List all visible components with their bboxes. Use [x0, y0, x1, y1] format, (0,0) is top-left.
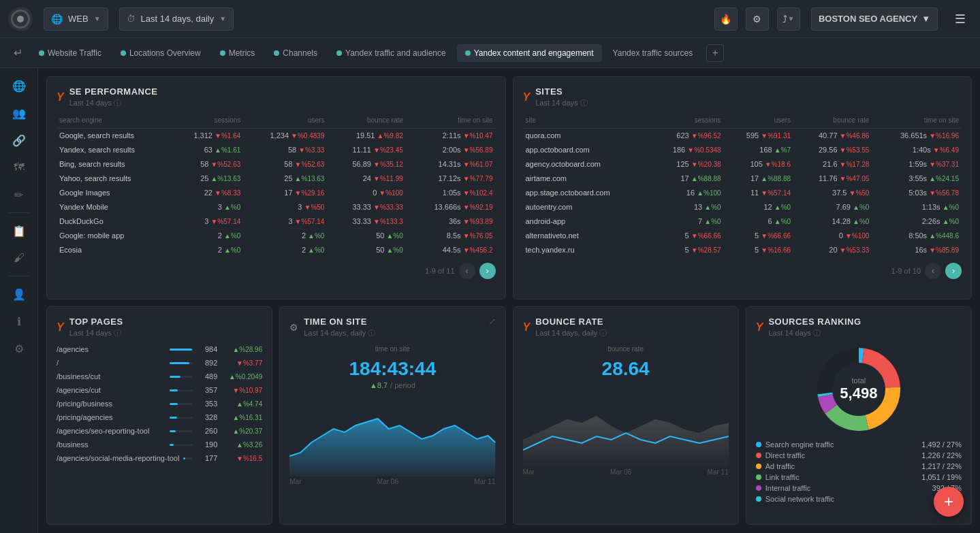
page-change: ▼%16.5 — [221, 455, 262, 462]
time-change: ▼%102.4 — [463, 189, 493, 197]
bounce-change: ▼%17.28 — [840, 161, 870, 168]
se-next-button[interactable]: › — [479, 263, 496, 279]
sessions-change: ▲%1.61 — [215, 146, 240, 154]
fire-button[interactable]: 🔥 — [714, 7, 738, 31]
sidebar-icon-users[interactable]: 👥 — [7, 101, 31, 125]
list-item: /pricing/business 353 ▲%4.74 — [57, 400, 262, 408]
share-icon: ⤴ — [783, 14, 787, 25]
sidebar-icon-globe[interactable]: 🌐 — [7, 74, 31, 98]
sessions-val: 17 ▲%88.88 — [648, 172, 723, 186]
page-label: /business — [57, 440, 165, 449]
tab-metrics[interactable]: Metrics — [212, 44, 264, 62]
tab-dot — [336, 50, 342, 56]
yandex-logo-icon-2: Y — [523, 91, 531, 103]
bounce-val: 50 ▲%0 — [327, 229, 405, 243]
se-pagination: 1-9 of 11 ‹ › — [57, 263, 496, 279]
tab-yandex-content[interactable]: Yandex content and engagement — [457, 44, 602, 62]
date-range-selector[interactable]: ⏱ Last 14 days, daily ▼ — [119, 7, 234, 31]
sources-info-icon[interactable]: ⓘ — [813, 329, 821, 337]
yandex-logo-icon-5: Y — [756, 321, 763, 334]
engine-name: Google, search results — [57, 129, 170, 143]
table-row: autoentry.com 13 ▲%0 12 ▲%0 7.69 ▲%0 1:1… — [523, 200, 962, 214]
tab-yandex-traffic[interactable]: Yandex traffic and audience — [328, 44, 454, 62]
bounce-info-icon[interactable]: ⓘ — [599, 329, 607, 337]
bar-track — [170, 389, 193, 391]
sessions-change: ▲%13.63 — [210, 175, 240, 182]
sidebar-icon-info[interactable]: ℹ — [7, 309, 31, 334]
table-row: agency.octoboard.com 125 ▼%20.38 105 ▼%1… — [523, 157, 962, 172]
time-title: TIME ON SITE — [304, 317, 375, 327]
sites-prev-button[interactable]: ‹ — [925, 263, 941, 279]
share-button[interactable]: ⤴ ▼ — [777, 7, 800, 31]
fab-button[interactable]: + — [934, 487, 964, 517]
users-change: ▲%0 — [774, 218, 791, 225]
col-users-s: users — [724, 115, 793, 129]
list-item: / 892 ▼%3.77 — [57, 359, 262, 367]
sessions-val: 1,312 ▼%1.64 — [170, 129, 244, 143]
sidebar-icon-clipboard[interactable]: 📋 — [7, 219, 31, 243]
engine-name: Google Images — [57, 186, 170, 200]
engine-name: Yandex Mobile — [57, 200, 170, 214]
se-prev-button[interactable]: ‹ — [459, 263, 475, 279]
add-tab-button[interactable]: + — [706, 44, 724, 62]
bounce-val: 33.33 ▼%33.33 — [327, 200, 405, 214]
time-change: ▲%0 — [943, 218, 959, 225]
settings-button[interactable]: ⚙ — [746, 7, 769, 31]
tab-yandex-sources-label: Yandex traffic sources — [613, 48, 693, 58]
users-change: ▼%18.6 — [765, 161, 791, 168]
bounce-val: 11.11 ▼%23.45 — [327, 143, 405, 157]
sessions-val: 5 ▼%66.66 — [648, 229, 723, 243]
sites-pagination-text: 1-9 of 10 — [891, 267, 921, 275]
page-label: /agencies/cut — [57, 386, 165, 394]
bounce-change: ▼%35.12 — [373, 161, 403, 168]
time-label-3: Mar 11 — [474, 478, 495, 485]
time-info-icon[interactable]: ⓘ — [368, 329, 375, 337]
users-val: 3 ▼%50 — [243, 200, 327, 214]
time-change: ▼%61.07 — [463, 161, 493, 168]
top-pages-info-icon[interactable]: ⓘ — [114, 329, 121, 337]
sidebar-icon-person[interactable]: 👤 — [7, 282, 31, 306]
time-chart — [289, 395, 495, 477]
sites-info-icon[interactable]: ⓘ — [580, 99, 588, 107]
time-change: ▼%92.19 — [463, 204, 493, 211]
agency-selector[interactable]: BOSTON SEO AGENCY ▼ — [811, 7, 938, 31]
tab-website-traffic[interactable]: Website Traffic — [31, 44, 110, 62]
list-item: /pricing/agencies 328 ▲%16.31 — [57, 413, 262, 421]
legend-label: Link traffic — [765, 473, 800, 481]
legend-value: 1,492 / 27% — [921, 440, 962, 449]
users-change: ▲%7 — [774, 146, 791, 154]
page-label: / — [57, 359, 165, 367]
sidebar-icon-link[interactable]: 🔗 — [7, 128, 31, 152]
sidebar-icon-settings[interactable]: ⚙ — [7, 336, 31, 361]
tab-dot — [274, 50, 279, 56]
bar-fill — [170, 430, 176, 432]
tab-channels[interactable]: Channels — [266, 44, 326, 62]
hamburger-button[interactable]: ☰ — [949, 7, 972, 31]
tab-locations-overview[interactable]: Locations Overview — [112, 44, 209, 62]
time-val: 1:59s ▼%37.31 — [872, 157, 962, 172]
yandex-logo-icon: Y — [57, 91, 64, 103]
page-change: ▼%10.97 — [221, 387, 262, 394]
sites-next-button[interactable]: › — [945, 263, 962, 279]
bounce-change: ▼%46.86 — [840, 132, 870, 140]
se-performance-info-icon[interactable]: ⓘ — [114, 99, 121, 107]
bounce-val: 11.76 ▼%47.05 — [793, 172, 872, 186]
site-name: quora.com — [523, 129, 649, 143]
sidebar-icon-edit[interactable]: ✏ — [7, 182, 31, 207]
tab-yandex-sources[interactable]: Yandex traffic sources — [605, 44, 701, 62]
table-row: airtame.com 17 ▲%88.88 17 ▲%88.88 11.76 … — [523, 172, 962, 186]
expand-icon[interactable]: ⤢ — [489, 317, 496, 326]
sessions-change: ▼%8.33 — [215, 189, 240, 197]
web-selector[interactable]: 🌐 WEB ▼ — [44, 7, 108, 31]
sidebar-icon-brush[interactable]: 🖌 — [7, 246, 31, 270]
time-change: ▼%10.47 — [463, 132, 493, 140]
sidebar-divider-2 — [9, 276, 29, 276]
time-chart-labels: Mar Mar 06 Mar 11 — [289, 478, 495, 485]
bounce-header: Y BOUNCE RATE Last 14 days, daily ⓘ — [523, 317, 729, 338]
sidebar-icon-map[interactable]: 🗺 — [7, 155, 31, 180]
table-row: tech.yandex.ru 5 ▼%28.57 5 ▼%16.66 20 ▼%… — [523, 243, 962, 257]
clock-icon: ⏱ — [127, 14, 136, 24]
tab-back-button[interactable]: ↵ — [8, 44, 28, 62]
sessions-val: 623 ▼%96.52 — [648, 129, 723, 143]
bar-track — [170, 444, 193, 446]
